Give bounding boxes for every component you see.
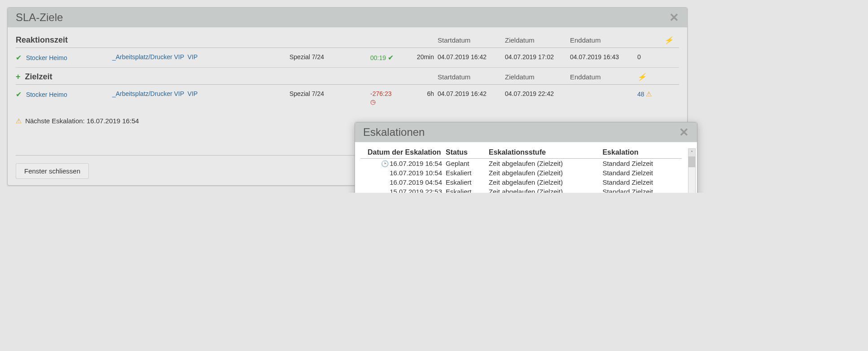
overdue-clock-icon: ◷ [370, 98, 415, 105]
check-icon: ✔ [16, 54, 22, 61]
modal-body: Datum der Eskalation Status Eskalationss… [355, 142, 697, 193]
reaction-row: ✔ Stocker Heimo _Arbeitsplatz/Drucker VI… [16, 48, 679, 68]
plus-icon[interactable]: + [16, 72, 21, 82]
goal-row: ✔ Stocker Heimo _Arbeitsplatz/Drucker VI… [16, 85, 679, 111]
reaction-schedule: Spezial 7/24 [289, 53, 370, 61]
cell-date: 16.07.2019 04:54 [360, 178, 446, 187]
cell-esc: Standard Zielzeit [602, 187, 682, 193]
goal-heading-label: Zielzeit [25, 72, 53, 82]
goal-elapsed: -276:23 ◷ [370, 90, 415, 105]
modal-close-icon[interactable]: ✕ [679, 126, 689, 138]
col-esc-name: Eskalation [602, 147, 682, 159]
goal-category: _Arbeitsplatz/Drucker VIP VIP [112, 90, 289, 97]
reaction-count: 0 [637, 53, 664, 61]
reaction-person: ✔ Stocker Heimo [16, 53, 112, 62]
cell-status: Eskaliert [446, 168, 489, 178]
clock-icon: 🕑 [381, 160, 389, 167]
escalations-modal: Eskalationen ✕ Datum der Eskalation Stat… [355, 122, 697, 193]
close-window-button[interactable]: Fenster schliessen [16, 163, 89, 179]
reaction-start: 04.07.2019 16:42 [438, 53, 505, 61]
reaction-limit: 20min [415, 53, 438, 61]
reaction-header-row: Reaktionszeit Startdatum Zieldatum Endda… [16, 31, 679, 48]
bolt-icon-2: ⚡ [637, 73, 664, 81]
check-icon-small: ✔ [388, 54, 394, 61]
table-row[interactable]: 🕑16.07.2019 16:54GeplantZeit abgelaufen … [360, 159, 682, 169]
reaction-heading-label: Reaktionszeit [16, 35, 68, 45]
warning-icon: ⚠ [646, 90, 652, 98]
cell-level: Zeit abgelaufen (Zielzeit) [489, 168, 602, 178]
cell-esc: Standard Zielzeit [602, 168, 682, 178]
reaction-elapsed: 00:19 ✔ [370, 53, 415, 62]
escalation-count-link[interactable]: 48 [637, 91, 644, 98]
col-targetdate[interactable]: Zieldatum [505, 36, 570, 44]
sla-panel-title: SLA-Ziele [16, 11, 63, 24]
reaction-end: 04.07.2019 16:43 [570, 53, 637, 61]
next-escalation-text: Nächste Eskalation: 16.07.2019 16:54 [25, 117, 139, 125]
col-enddate-2: Enddatum [570, 73, 637, 81]
bolt-icon: ⚡ [664, 36, 679, 44]
col-enddate: Enddatum [570, 36, 637, 44]
col-targetdate-2: Zieldatum [505, 73, 570, 81]
cell-status: Geplant [446, 159, 489, 169]
modal-title: Eskalationen [363, 126, 425, 139]
goal-heading: + Zielzeit [16, 72, 438, 82]
person-link[interactable]: Stocker Heimo [26, 54, 67, 61]
table-row[interactable]: 16.07.2019 10:54EskaliertZeit abgelaufen… [360, 168, 682, 178]
col-startdate: Startdatum [438, 36, 505, 44]
goal-start: 04.07.2019 16:42 [438, 90, 505, 97]
col-esc-date: Datum der Eskalation [360, 147, 446, 159]
col-startdate-2: Startdatum [438, 73, 505, 81]
modal-header: Eskalationen ✕ [355, 122, 697, 142]
elapsed-value-red: -276:23 [370, 90, 391, 97]
cell-level: Zeit abgelaufen (Zielzeit) [489, 178, 602, 187]
close-icon[interactable]: ✕ [669, 12, 679, 23]
goal-count-cell: 48 ⚠ [637, 90, 664, 98]
scroll-up-icon[interactable]: ˄ [688, 149, 695, 156]
elapsed-value: 00:19 [370, 54, 386, 61]
cell-date: 🕑16.07.2019 16:54 [360, 159, 446, 169]
scrollbar[interactable]: ˄ ˅ [688, 148, 696, 193]
goal-header-row: + Zielzeit Startdatum Zieldatum Enddatum… [16, 68, 679, 85]
col-esc-level: Eskalationsstufe [489, 147, 602, 159]
cell-status: Eskaliert [446, 178, 489, 187]
goal-limit: 6h [415, 90, 438, 97]
table-row[interactable]: 16.07.2019 04:54EskaliertZeit abgelaufen… [360, 178, 682, 187]
table-row[interactable]: 15.07.2019 22:53EskaliertZeit abgelaufen… [360, 187, 682, 193]
sla-panel-header: SLA-Ziele ✕ [8, 8, 687, 27]
cell-level: Zeit abgelaufen (Zielzeit) [489, 187, 602, 193]
cell-date: 15.07.2019 22:53 [360, 187, 446, 193]
cell-date: 16.07.2019 10:54 [360, 168, 446, 178]
cell-esc: Standard Zielzeit [602, 178, 682, 187]
goal-person: ✔ Stocker Heimo [16, 90, 112, 99]
cell-level: Zeit abgelaufen (Zielzeit) [489, 159, 602, 169]
category-link-2[interactable]: _Arbeitsplatz/Drucker VIP [112, 90, 184, 97]
vip-tag-2[interactable]: VIP [188, 90, 198, 97]
vip-tag[interactable]: VIP [188, 53, 198, 61]
escalations-table: Datum der Eskalation Status Eskalationss… [360, 147, 682, 193]
goal-schedule: Spezial 7/24 [289, 90, 370, 97]
check-icon-2: ✔ [16, 91, 22, 98]
cell-status: Eskaliert [446, 187, 489, 193]
reaction-category: _Arbeitsplatz/Drucker VIP VIP [112, 53, 289, 61]
category-link[interactable]: _Arbeitsplatz/Drucker VIP [112, 53, 184, 61]
col-esc-status: Status [446, 147, 489, 159]
cell-esc: Standard Zielzeit [602, 159, 682, 169]
warning-icon-2: ⚠ [16, 117, 22, 125]
scroll-thumb[interactable] [688, 156, 695, 167]
reaction-target: 04.07.2019 17:02 [505, 53, 570, 61]
reaction-heading: Reaktionszeit [16, 35, 438, 45]
person-link-2[interactable]: Stocker Heimo [26, 91, 67, 98]
goal-target: 04.07.2019 22:42 [505, 90, 570, 97]
